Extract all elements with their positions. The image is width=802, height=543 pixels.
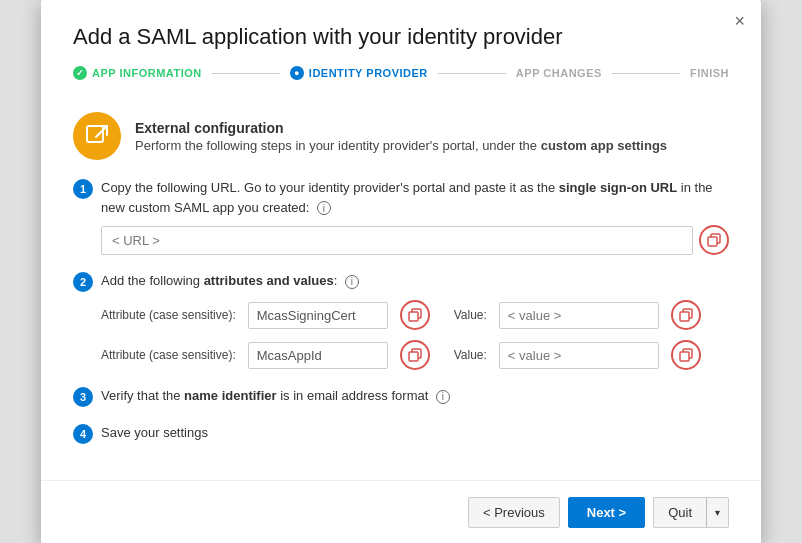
value-input-2[interactable] bbox=[499, 342, 659, 369]
svg-rect-3 bbox=[680, 312, 689, 321]
svg-rect-5 bbox=[680, 352, 689, 361]
attr-input-1[interactable] bbox=[248, 302, 388, 329]
step4-num: 4 bbox=[73, 424, 93, 444]
value2-copy-button[interactable] bbox=[671, 340, 701, 370]
step1-row: 1 Copy the following URL. Go to your ide… bbox=[73, 178, 729, 217]
step-divider-3 bbox=[612, 73, 680, 74]
step3-info-icon[interactable]: i bbox=[436, 390, 450, 404]
step2-info-icon[interactable]: i bbox=[345, 275, 359, 289]
step1-info-icon[interactable]: i bbox=[317, 201, 331, 215]
svg-rect-0 bbox=[87, 126, 103, 142]
section-description: External configuration Perform the follo… bbox=[135, 120, 667, 153]
value-label-1: Value: bbox=[454, 308, 487, 322]
step2-row: 2 Add the following attributes and value… bbox=[73, 271, 729, 292]
section-subtitle: Perform the following steps in your iden… bbox=[135, 138, 667, 153]
nav-step-identity-provider: ● IDENTITY PROVIDER bbox=[290, 66, 428, 80]
nav-step-finish: FINISH bbox=[690, 67, 729, 79]
value-input-1[interactable] bbox=[499, 302, 659, 329]
step2-text: Add the following attributes and values:… bbox=[101, 271, 729, 291]
step-divider-2 bbox=[438, 73, 506, 74]
step1-input-row bbox=[101, 225, 729, 255]
nav-step-app-changes: APP CHANGES bbox=[516, 67, 602, 79]
step1-num: 1 bbox=[73, 179, 93, 199]
attributes-grid: Attribute (case sensitive): Value: bbox=[101, 300, 729, 370]
dialog-body: External configuration Perform the follo… bbox=[41, 112, 761, 480]
attr1-copy-button[interactable] bbox=[400, 300, 430, 330]
previous-button[interactable]: < Previous bbox=[468, 497, 560, 528]
section-title: External configuration bbox=[135, 120, 667, 136]
step2-num: 2 bbox=[73, 272, 93, 292]
step4-text: Save your settings bbox=[101, 423, 729, 443]
step3-num: 3 bbox=[73, 387, 93, 407]
attr-label-2: Attribute (case sensitive): bbox=[101, 348, 236, 362]
close-button[interactable]: × bbox=[734, 12, 745, 30]
instruction-step4: 4 Save your settings bbox=[73, 423, 729, 444]
attr2-copy-button[interactable] bbox=[400, 340, 430, 370]
quit-button[interactable]: Quit bbox=[653, 497, 706, 528]
step-check-icon: ✓ bbox=[73, 66, 87, 80]
section-header: External configuration Perform the follo… bbox=[73, 112, 729, 160]
url-copy-button[interactable] bbox=[699, 225, 729, 255]
svg-rect-1 bbox=[708, 237, 717, 246]
step-active-icon: ● bbox=[290, 66, 304, 80]
attribute-row-1: Attribute (case sensitive): Value: bbox=[101, 300, 729, 330]
quit-dropdown-arrow[interactable]: ▾ bbox=[706, 497, 729, 528]
instruction-step2: 2 Add the following attributes and value… bbox=[73, 271, 729, 370]
next-button[interactable]: Next > bbox=[568, 497, 645, 528]
dialog-title: Add a SAML application with your identit… bbox=[73, 24, 729, 50]
step4-row: 4 Save your settings bbox=[73, 423, 729, 444]
nav-step-app-information: ✓ APP INFORMATION bbox=[73, 66, 202, 80]
dialog-footer: < Previous Next > Quit ▾ bbox=[41, 480, 761, 543]
step3-text: Verify that the name identifier is in em… bbox=[101, 386, 729, 406]
instruction-step3: 3 Verify that the name identifier is in … bbox=[73, 386, 729, 407]
attr-input-2[interactable] bbox=[248, 342, 388, 369]
value-label-2: Value: bbox=[454, 348, 487, 362]
svg-rect-4 bbox=[409, 352, 418, 361]
step-divider-1 bbox=[212, 73, 280, 74]
dialog-header: Add a SAML application with your identit… bbox=[41, 0, 761, 112]
attr-label-1: Attribute (case sensitive): bbox=[101, 308, 236, 322]
external-config-icon bbox=[73, 112, 121, 160]
svg-rect-2 bbox=[409, 312, 418, 321]
step3-row: 3 Verify that the name identifier is in … bbox=[73, 386, 729, 407]
instruction-step1: 1 Copy the following URL. Go to your ide… bbox=[73, 178, 729, 255]
dialog: × Add a SAML application with your ident… bbox=[41, 0, 761, 543]
url-input[interactable] bbox=[101, 226, 693, 255]
step1-text: Copy the following URL. Go to your ident… bbox=[101, 178, 729, 217]
quit-split-button: Quit ▾ bbox=[653, 497, 729, 528]
attribute-row-2: Attribute (case sensitive): Value: bbox=[101, 340, 729, 370]
steps-nav: ✓ APP INFORMATION ● IDENTITY PROVIDER AP… bbox=[73, 66, 729, 80]
value1-copy-button[interactable] bbox=[671, 300, 701, 330]
